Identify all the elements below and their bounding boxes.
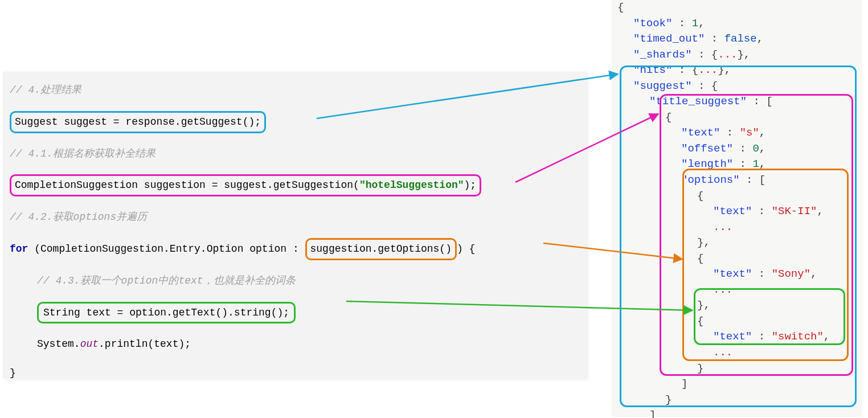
get-options-box: suggestion.getOptions() [305, 238, 457, 260]
arr-open: : [ [747, 95, 773, 108]
sony-value: "Sony" [772, 268, 810, 280]
title-suggest-key: "title_suggest" [649, 95, 747, 108]
colon: : [752, 268, 771, 280]
switch-value: "switch" [772, 330, 824, 343]
took-value: 1 [692, 17, 698, 30]
println-post: .println(text); [99, 338, 191, 350]
ellipsis: ... [617, 282, 857, 298]
obj-close: } [617, 392, 857, 408]
text-line-box: String text = option.getText().string(); [37, 302, 296, 324]
colon: : [752, 205, 771, 218]
text-key: "text" [713, 330, 752, 343]
obj-open: : { [672, 64, 698, 76]
completion-pre: CompletionSuggestion suggestion = sugges… [15, 179, 359, 191]
length-value: 1 [752, 158, 759, 170]
skii-value: "SK-II" [772, 205, 817, 218]
comma: , [744, 48, 750, 61]
text-key: "text" [713, 268, 752, 280]
colon: : [752, 330, 771, 343]
arr-close: ] [617, 376, 857, 392]
println-out: out [80, 338, 99, 350]
comma: , [759, 142, 765, 155]
for-keyword: for [10, 243, 28, 255]
ellipsis: ... [617, 345, 857, 361]
suggest-line-box: Suggest suggest = response.getSuggest(); [10, 111, 266, 133]
suggest-key: "suggest" [633, 80, 692, 92]
offset-value: 0 [752, 142, 759, 155]
java-code-panel: // 4.处理结果 Suggest suggest = response.get… [3, 72, 587, 378]
took-key: "took" [633, 17, 672, 30]
offset-key: "offset" [681, 142, 733, 155]
close-brace: } [10, 365, 580, 382]
timed-key: "timed_out" [633, 32, 705, 45]
hotel-suggestion-string: "hotelSuggestion" [359, 179, 464, 191]
for-post: ) { [457, 243, 475, 255]
json-open: { [617, 0, 857, 16]
text-key: "text" [681, 126, 720, 139]
comment-43: // 4.3.获取一个option中的text，也就是补全的词条 [10, 273, 580, 289]
comma: , [824, 330, 830, 343]
ellipsis: ... [617, 220, 857, 236]
comma: , [810, 268, 817, 280]
hits-key: "hits" [633, 64, 672, 76]
ellipsis: ... [698, 64, 718, 76]
completion-post: ); [464, 179, 477, 191]
comma: , [817, 205, 823, 218]
obj-open: : { [692, 48, 718, 61]
comma: , [698, 17, 705, 30]
comma: , [724, 64, 731, 76]
println-pre: System. [37, 338, 80, 350]
println-line: System.out.println(text); [10, 336, 580, 353]
ellipsis: ... [718, 48, 737, 61]
colon: : [720, 126, 739, 139]
colon: : [705, 32, 724, 45]
comma: , [757, 32, 763, 45]
options-key: "options" [681, 174, 740, 186]
for-pre: (CompletionSuggestion.Entry.Option optio… [28, 243, 305, 255]
obj-open: : { [692, 80, 718, 92]
arr-open: : [ [740, 174, 766, 186]
json-response-panel: { "took" : 1, "timed_out" : false, "_sha… [612, 0, 862, 417]
length-key: "length" [681, 158, 733, 170]
colon: : [733, 158, 752, 170]
colon: : [733, 142, 752, 155]
comment-4: // 4.处理结果 [10, 82, 580, 99]
for-line: for (CompletionSuggestion.Entry.Option o… [10, 238, 580, 260]
colon: : [672, 17, 691, 30]
arr-close: ] [617, 408, 857, 418]
text-code: String text = option.getText().string(); [43, 307, 289, 318]
text-key: "text" [713, 205, 752, 218]
comma: , [759, 158, 765, 170]
comma: , [759, 126, 765, 139]
timed-value: false [724, 32, 757, 45]
get-options-code: suggestion.getOptions() [310, 243, 452, 255]
completion-line-box: CompletionSuggestion suggestion = sugges… [10, 174, 481, 196]
shards-key: "_shards" [633, 48, 692, 61]
comment-41: // 4.1.根据名称获取补全结果 [10, 146, 580, 162]
suggest-code: Suggest suggest = response.getSuggest(); [15, 116, 261, 128]
comment-42: // 4.2.获取options并遍历 [10, 209, 580, 226]
text-s-value: "s" [740, 126, 759, 139]
